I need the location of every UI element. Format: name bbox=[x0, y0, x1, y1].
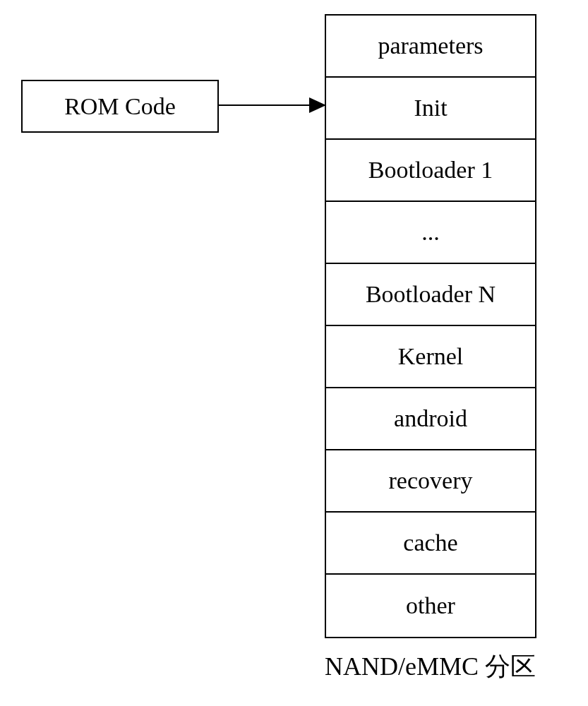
rom-code-box: ROM Code bbox=[21, 80, 219, 133]
table-caption: NAND/eMMC 分区 bbox=[325, 650, 536, 684]
arrow-icon bbox=[219, 104, 325, 106]
partition-parameters: parameters bbox=[326, 16, 535, 78]
partition-label: parameters bbox=[378, 32, 483, 59]
partition-label: android bbox=[394, 405, 467, 432]
partition-bootloader-n: Bootloader N bbox=[326, 264, 535, 326]
partition-label: ... bbox=[421, 219, 440, 246]
partition-kernel: Kernel bbox=[326, 326, 535, 388]
partition-label: Bootloader 1 bbox=[368, 157, 493, 184]
partition-recovery: recovery bbox=[326, 450, 535, 513]
partition-label: recovery bbox=[389, 467, 473, 494]
partition-android: android bbox=[326, 388, 535, 450]
partition-table: parameters Init Bootloader 1 ... Bootloa… bbox=[325, 14, 536, 638]
partition-label: Kernel bbox=[398, 343, 464, 370]
partition-init: Init bbox=[326, 78, 535, 140]
partition-cache: cache bbox=[326, 513, 535, 575]
partition-label: cache bbox=[403, 530, 457, 556]
partition-label: Init bbox=[414, 95, 447, 121]
partition-other: other bbox=[326, 575, 535, 637]
partition-ellipsis: ... bbox=[326, 202, 535, 264]
partition-label: Bootloader N bbox=[366, 281, 496, 308]
rom-code-label: ROM Code bbox=[64, 93, 176, 120]
partition-label: other bbox=[406, 592, 455, 619]
partition-bootloader-1: Bootloader 1 bbox=[326, 140, 535, 202]
